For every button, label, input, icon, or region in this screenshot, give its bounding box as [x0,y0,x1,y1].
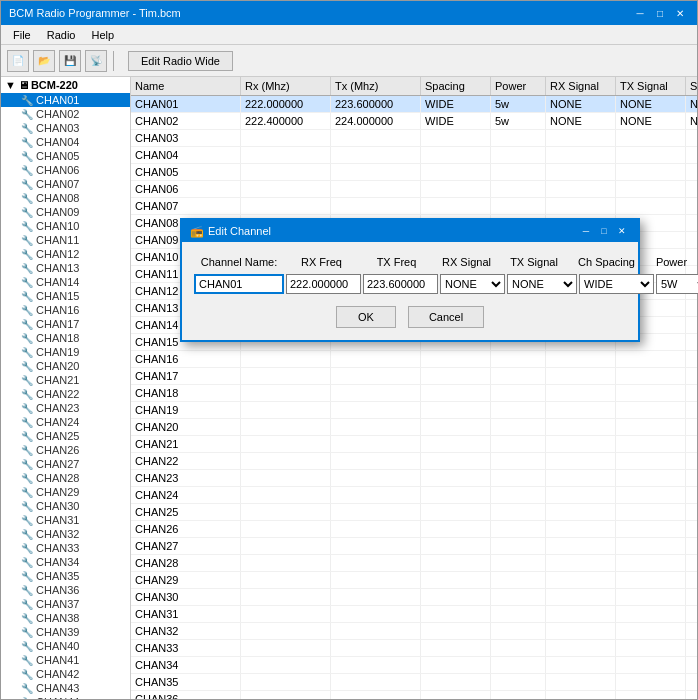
tree-item[interactable]: 🔧CHAN40 [1,639,130,653]
table-row[interactable]: CHAN27 [131,538,697,555]
tx-freq-input[interactable] [363,274,438,294]
tree-item[interactable]: 🔧CHAN13 [1,261,130,275]
table-row[interactable]: CHAN03 [131,130,697,147]
table-row[interactable]: CHAN35 [131,674,697,691]
table-row[interactable]: CHAN21 [131,436,697,453]
tree-item[interactable]: 🔧CHAN24 [1,415,130,429]
tree-item[interactable]: 🔧CHAN22 [1,387,130,401]
tree-item[interactable]: 🔧CHAN39 [1,625,130,639]
tree-item[interactable]: 🔧CHAN11 [1,233,130,247]
tree-item[interactable]: 🔧CHAN14 [1,275,130,289]
tree-item[interactable]: 🔧CHAN26 [1,443,130,457]
table-row[interactable]: CHAN17 [131,368,697,385]
table-row[interactable]: CHAN34 [131,657,697,674]
tree-item[interactable]: 🔧CHAN27 [1,457,130,471]
dialog-close-button[interactable]: ✕ [614,224,630,238]
table-row[interactable]: CHAN20 [131,419,697,436]
table-row[interactable]: CHAN29 [131,572,697,589]
tree-root-item[interactable]: ▼ 🖥 BCM-220 [1,77,130,93]
table-row[interactable]: CHAN22 [131,453,697,470]
dialog-cancel-button[interactable]: Cancel [408,306,484,328]
toolbar-new-btn[interactable]: 📄 [7,50,29,72]
table-row[interactable]: CHAN33 [131,640,697,657]
tree-item[interactable]: 🔧CHAN44 [1,695,130,699]
tree-item[interactable]: 🔧CHAN20 [1,359,130,373]
tree-item[interactable]: 🔧CHAN23 [1,401,130,415]
table-row[interactable]: CHAN36 [131,691,697,699]
table-row[interactable]: CHAN26 [131,521,697,538]
tree-item[interactable]: 🔧CHAN32 [1,527,130,541]
menu-help[interactable]: Help [83,27,122,43]
cell-tx [331,538,421,554]
channel-name-input[interactable] [194,274,284,294]
tree-item[interactable]: 🔧CHAN02 [1,107,130,121]
cell-scan [686,640,697,656]
dialog-ok-button[interactable]: OK [336,306,396,328]
menu-file[interactable]: File [5,27,39,43]
tree-item[interactable]: 🔧CHAN19 [1,345,130,359]
tree-item[interactable]: 🔧CHAN37 [1,597,130,611]
table-row[interactable]: CHAN07 [131,198,697,215]
table-row[interactable]: CHAN30 [131,589,697,606]
table-row[interactable]: CHAN31 [131,606,697,623]
tree-item[interactable]: 🔧CHAN35 [1,569,130,583]
tree-item[interactable]: 🔧CHAN15 [1,289,130,303]
tree-item[interactable]: 🔧CHAN05 [1,149,130,163]
tree-item[interactable]: 🔧CHAN07 [1,177,130,191]
toolbar-open-btn[interactable]: 📂 [33,50,55,72]
table-row[interactable]: CHAN01 222.000000 223.600000 WIDE 5w NON… [131,96,697,113]
table-row[interactable]: CHAN16 [131,351,697,368]
tree-item[interactable]: 🔧CHAN34 [1,555,130,569]
power-select[interactable]: 5W 1W [656,274,698,294]
maximize-button[interactable]: □ [651,5,669,21]
tree-item[interactable]: 🔧CHAN03 [1,121,130,135]
tx-signal-select[interactable]: NONE [507,274,577,294]
close-button[interactable]: ✕ [671,5,689,21]
table-row[interactable]: CHAN25 [131,504,697,521]
tree-item[interactable]: 🔧CHAN10 [1,219,130,233]
tree-item[interactable]: 🔧CHAN38 [1,611,130,625]
ch-spacing-select[interactable]: WIDE NARROW [579,274,654,294]
tree-item[interactable]: 🔧CHAN18 [1,331,130,345]
tree-item[interactable]: 🔧CHAN04 [1,135,130,149]
tree-item[interactable]: 🔧CHAN42 [1,667,130,681]
tree-item[interactable]: 🔧CHAN36 [1,583,130,597]
tree-item[interactable]: 🔧CHAN12 [1,247,130,261]
tree-item[interactable]: 🔧CHAN01 [1,93,130,107]
dialog-maximize-button[interactable]: □ [596,224,612,238]
tree-item[interactable]: 🔧CHAN09 [1,205,130,219]
table-row[interactable]: CHAN06 [131,181,697,198]
tree-item[interactable]: 🔧CHAN43 [1,681,130,695]
rx-freq-input[interactable] [286,274,361,294]
edit-radio-wide-button[interactable]: Edit Radio Wide [128,51,233,71]
toolbar-save-btn[interactable]: 💾 [59,50,81,72]
tree-item[interactable]: 🔧CHAN17 [1,317,130,331]
menu-radio[interactable]: Radio [39,27,84,43]
tree-item[interactable]: 🔧CHAN16 [1,303,130,317]
table-row[interactable]: CHAN04 [131,147,697,164]
cell-rx [241,657,331,673]
toolbar-radio-btn[interactable]: 📡 [85,50,107,72]
tree-item[interactable]: 🔧CHAN06 [1,163,130,177]
tree-item[interactable]: 🔧CHAN41 [1,653,130,667]
table-row[interactable]: CHAN19 [131,402,697,419]
tree-item[interactable]: 🔧CHAN08 [1,191,130,205]
dialog-minimize-button[interactable]: ─ [578,224,594,238]
table-row[interactable]: CHAN23 [131,470,697,487]
minimize-button[interactable]: ─ [631,5,649,21]
tree-item[interactable]: 🔧CHAN28 [1,471,130,485]
rx-signal-select[interactable]: NONE [440,274,505,294]
cell-power [491,640,546,656]
tree-item[interactable]: 🔧CHAN29 [1,485,130,499]
table-row[interactable]: CHAN18 [131,385,697,402]
table-row[interactable]: CHAN28 [131,555,697,572]
table-row[interactable]: CHAN02 222.400000 224.000000 WIDE 5w NON… [131,113,697,130]
tree-item[interactable]: 🔧CHAN21 [1,373,130,387]
tree-item[interactable]: 🔧CHAN33 [1,541,130,555]
table-row[interactable]: CHAN24 [131,487,697,504]
tree-item[interactable]: 🔧CHAN25 [1,429,130,443]
table-row[interactable]: CHAN05 [131,164,697,181]
table-row[interactable]: CHAN32 [131,623,697,640]
tree-item[interactable]: 🔧CHAN30 [1,499,130,513]
tree-item[interactable]: 🔧CHAN31 [1,513,130,527]
